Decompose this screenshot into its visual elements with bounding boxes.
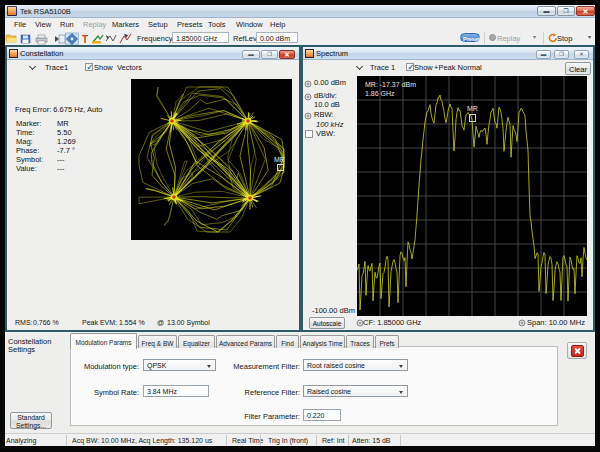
svg-text:T: T [82, 34, 88, 45]
